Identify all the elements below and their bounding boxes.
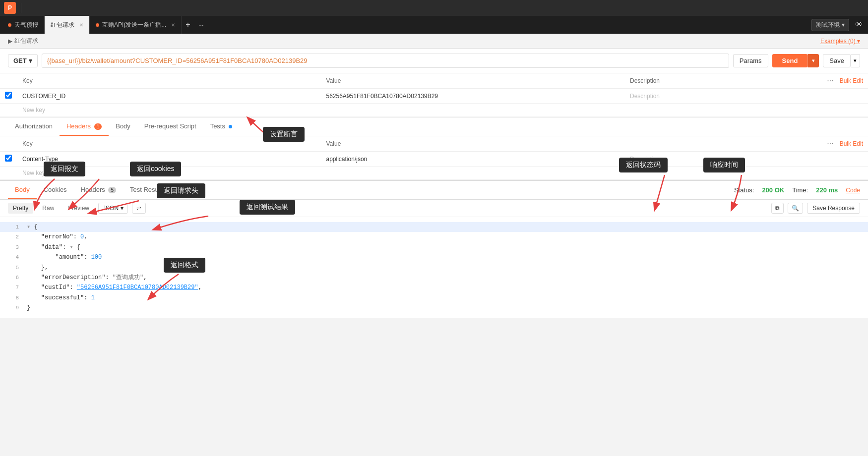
tab-redpacket[interactable]: 红包请求 ✕ [45, 16, 90, 34]
more-options-icon[interactable]: ··· [825, 76, 835, 85]
tab-label: Headers [81, 186, 105, 193]
pretty-tab[interactable]: Pretty [8, 203, 33, 214]
code-line-4: 4 "amount": 100 [0, 252, 868, 262]
wrap-button[interactable]: ⇌ [132, 203, 146, 214]
response-actions: ⧉ 🔍 Save Response [771, 203, 860, 214]
tab-api[interactable]: 互赠API(发送一条广播... ✕ [90, 16, 182, 34]
breadcrumb-item: 红包请求 [14, 37, 38, 45]
value-header: Value [321, 136, 625, 152]
save-response-button[interactable]: Save Response [807, 203, 860, 214]
env-label: 测试环境 [816, 21, 840, 29]
url-input[interactable] [42, 54, 729, 68]
row-checkbox[interactable] [5, 92, 12, 99]
time-value: 220 ms [816, 186, 838, 194]
send-dropdown-button[interactable]: ▾ [807, 54, 819, 67]
send-group: Send ▾ [772, 54, 819, 67]
status-label: Status: [734, 186, 754, 194]
tab-close-button[interactable]: ✕ [79, 22, 83, 28]
new-key-placeholder[interactable]: New key [22, 107, 45, 114]
tab-label: Test Results [130, 186, 165, 193]
code-line-9: 9 } [0, 303, 868, 313]
env-selector: 测试环境 ▾ 👁 [811, 16, 866, 34]
tab-label: Body [116, 122, 130, 130]
examples-link[interactable]: Examples (0) ▾ [820, 38, 860, 45]
response-section: Body Cookies Headers 5 Test Results 1/1 … [0, 180, 868, 318]
tab-label: Body [15, 186, 30, 193]
tab-close-button[interactable]: ✕ [171, 22, 175, 28]
format-label: JSON [103, 205, 119, 212]
request-tabs: Authorization Headers 1 Body Pre-request… [0, 117, 868, 136]
tab-label: 红包请求 [51, 21, 74, 29]
desc-placeholder: Description [630, 93, 660, 100]
fold-icon[interactable]: ▾ [27, 224, 30, 230]
code-line-2: 2 "errorNo": 0, [0, 232, 868, 242]
key-cell: Content-Type [17, 152, 321, 167]
response-toolbar: Pretty Raw Preview JSON ▾ ⇌ ⧉ 🔍 Save Res… [0, 200, 868, 217]
code-line-5: 5 }, [0, 263, 868, 273]
search-button[interactable]: 🔍 [788, 203, 803, 214]
tab-tests[interactable]: Tests [203, 117, 239, 136]
tab-weather[interactable]: 天气预报 [2, 16, 45, 34]
response-tab-test-results[interactable]: Test Results 1/1 [123, 181, 187, 199]
tab-authorization[interactable]: Authorization [8, 117, 60, 136]
tab-label: 互赠API(发送一条广播... [102, 21, 166, 29]
test-results-badge: 1/1 [168, 187, 180, 193]
desc-header: Key ··· Bulk Edit [625, 136, 868, 152]
desc-header: Description ··· Bulk Edit [625, 73, 868, 89]
tab-more-button[interactable]: ··· [194, 16, 208, 34]
top-bar: P [0, 0, 868, 16]
tab-add-button[interactable]: + [182, 16, 194, 34]
headers-table: Key Value Key ··· Bulk Edit [0, 136, 868, 180]
table-row: Content-Type application/json Descriptio… [0, 152, 868, 167]
tab-prerequest[interactable]: Pre-request Script [137, 117, 203, 136]
chevron-down-icon: ▾ [121, 205, 124, 212]
response-tab-body[interactable]: Body [8, 181, 37, 199]
breadcrumb: ▶ 红包请求 Examples (0) ▾ [0, 34, 868, 49]
bulk-edit-link[interactable]: Bulk Edit [840, 77, 863, 84]
tab-headers[interactable]: Headers 1 [60, 117, 109, 136]
format-select[interactable]: JSON ▾ [98, 203, 128, 214]
response-tab-cookies[interactable]: Cookies [37, 181, 74, 199]
more-options-icon[interactable]: ··· [825, 139, 835, 148]
tab-label: Authorization [15, 122, 53, 130]
tab-label: Headers [66, 122, 91, 130]
save-group: Save ▾ [823, 54, 860, 67]
value-header: Value [321, 73, 625, 89]
row-checkbox[interactable] [5, 155, 12, 162]
fold-icon[interactable]: ▾ [69, 244, 73, 251]
response-tab-headers[interactable]: Headers 5 [74, 181, 123, 199]
tab-body[interactable]: Body [109, 117, 137, 136]
raw-tab[interactable]: Raw [37, 203, 59, 214]
save-button[interactable]: Save [823, 54, 851, 67]
code-line-7: 7 "custId": "56256A951F81F0BCA10780AD021… [0, 283, 868, 292]
save-dropdown-button[interactable]: ▾ [851, 54, 860, 67]
env-dropdown[interactable]: 测试环境 ▾ [811, 19, 849, 31]
key-header: Key [17, 136, 321, 152]
preview-tab[interactable]: Preview [63, 203, 94, 214]
new-key-row: New key [0, 104, 868, 117]
time-label: Time: [792, 186, 808, 194]
tab-dot [96, 23, 99, 27]
response-status: Status: 200 OK Time: 220 ms Code [734, 186, 860, 194]
params-table: Key Value Description ··· Bulk Edit [0, 73, 868, 117]
new-key-row: New key [0, 167, 868, 180]
send-button[interactable]: Send [772, 54, 808, 67]
tab-label: Cookies [44, 186, 67, 193]
tab-label: Pre-request Script [144, 122, 196, 130]
params-button[interactable]: Params [733, 54, 768, 67]
value-cell: application/json [321, 152, 625, 167]
method-dropdown[interactable]: GET ▾ [8, 54, 38, 67]
code-line-8: 8 "successful": 1 [0, 293, 868, 303]
copy-button[interactable]: ⧉ [771, 203, 784, 214]
code-link[interactable]: Code [846, 187, 860, 194]
key-cell: CUSTOMER_ID [17, 89, 321, 104]
bulk-edit-headers-link[interactable]: Bulk Edit [840, 140, 863, 147]
eye-icon[interactable]: 👁 [852, 20, 866, 29]
new-key-placeholder[interactable]: New key [22, 170, 45, 176]
desc-placeholder: Description [630, 156, 660, 163]
code-viewer: 1 ▾ { 2 "errorNo": 0, 3 "data": ▾ { 4 "a… [0, 217, 868, 318]
method-label: GET [13, 57, 27, 64]
headers-badge: 1 [94, 123, 102, 130]
code-line-1: 1 ▾ { [0, 222, 868, 232]
description-header-label: Description [630, 77, 660, 84]
